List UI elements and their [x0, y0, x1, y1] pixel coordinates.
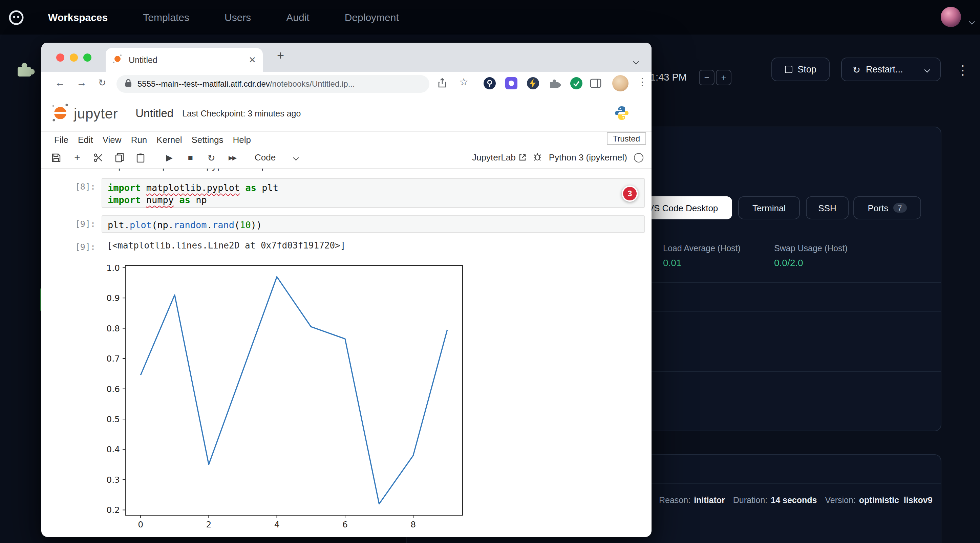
browser-toolbar: ← → ↻ 5555--main--test--matifali.atif.cd… — [41, 72, 652, 95]
menu-view[interactable]: View — [103, 134, 122, 144]
reason-value: initiator — [694, 495, 725, 505]
paste-cell-icon[interactable] — [135, 153, 146, 162]
terminal-button[interactable]: Terminal — [738, 196, 800, 219]
svg-text:6: 6 — [342, 520, 348, 529]
maximize-window-button[interactable] — [83, 54, 91, 62]
jupyter-logo — [51, 102, 70, 125]
version-value: optimistic_liskov9 — [859, 495, 932, 505]
bookmark-star-icon[interactable]: ☆ — [459, 76, 468, 88]
new-tab-button[interactable]: + — [277, 49, 284, 63]
nav-item-audit[interactable]: Audit — [286, 11, 309, 23]
svg-text:0.3: 0.3 — [106, 475, 120, 485]
stop-kernel-icon[interactable]: ■ — [185, 152, 196, 163]
jupyterlab-link[interactable]: JupyterLab — [472, 152, 527, 162]
menu-kernel[interactable]: Kernel — [156, 134, 182, 144]
duration-label: Duration: — [733, 495, 767, 505]
svg-text:0.5: 0.5 — [106, 414, 120, 424]
minimize-window-button[interactable] — [70, 54, 78, 62]
cut-cell-icon[interactable] — [93, 153, 103, 162]
menu-file[interactable]: File — [54, 134, 68, 144]
browser-menu-kebab-icon[interactable]: ⋮ — [637, 76, 648, 88]
jupyter-menubar: File Edit View Run Kernel Settings Help … — [41, 132, 652, 147]
nav-item-users[interactable]: Users — [224, 11, 251, 23]
url-text: 5555--main--test--matifali.atif.cdr.dev/… — [137, 79, 355, 88]
tab-title: Untitled — [129, 55, 248, 65]
restart-workspace-button[interactable]: ↻ Restart... — [841, 57, 914, 81]
notification-badge[interactable]: 3 — [622, 186, 638, 202]
restart-options-chevron[interactable] — [914, 57, 941, 81]
share-icon[interactable] — [438, 78, 447, 91]
svg-text:0: 0 — [138, 520, 143, 529]
reason-label: Reason: — [659, 495, 690, 505]
jupyterlab-label: JupyterLab — [472, 152, 516, 162]
sidebar-toggle-icon[interactable] — [590, 79, 601, 91]
browser-tab[interactable]: Untitled ✕ — [106, 48, 263, 72]
stop-icon — [784, 66, 792, 73]
top-nav: Workspaces Templates Users Audit Deploym… — [0, 0, 980, 35]
output-prompt-9: [9]: — [60, 242, 95, 252]
back-button[interactable]: ← — [55, 76, 65, 88]
debugger-bug-icon[interactable] — [533, 151, 542, 164]
build-meta-row: Reason: initiator Duration: 14 seconds V… — [659, 495, 941, 505]
extension-icon-5[interactable] — [570, 76, 583, 93]
extensions-puzzle-icon[interactable] — [548, 76, 562, 93]
user-menu-chevron-icon[interactable] — [970, 14, 974, 26]
clock-text: 11:43 PM — [646, 72, 687, 83]
save-icon[interactable] — [51, 153, 62, 162]
svg-text:0.8: 0.8 — [106, 324, 120, 333]
close-window-button[interactable] — [56, 54, 64, 62]
forward-button[interactable]: → — [76, 76, 87, 88]
browser-profile-avatar[interactable] — [612, 75, 628, 91]
code-line: plt.plot(np.random.rand(10)) — [108, 219, 639, 231]
nav-item-workspaces[interactable]: Workspaces — [48, 11, 108, 23]
browser-tab-strip: Untitled ✕ + — [41, 43, 652, 72]
user-avatar[interactable] — [941, 7, 961, 27]
extension-1password-icon[interactable] — [483, 76, 496, 93]
code-cell-9[interactable]: plt.plot(np.random.rand(10)) — [102, 215, 645, 233]
nav-items: Workspaces Templates Users Audit Deploym… — [48, 11, 399, 23]
ports-button[interactable]: Ports 7 — [853, 196, 921, 219]
workspace-kebab-menu[interactable]: ⋮ — [956, 62, 969, 78]
jupyter-header: jupyter Untitled Last Checkpoint: 3 minu… — [41, 95, 652, 132]
stop-label: Stop — [797, 64, 816, 75]
python-logo — [614, 105, 630, 124]
stop-workspace-button[interactable]: Stop — [772, 57, 830, 81]
copy-cell-icon[interactable] — [114, 153, 125, 162]
kernel-name[interactable]: Python 3 (ipykernel) — [549, 152, 627, 162]
url-domain: 5555--main--test--matifali.atif.cdr.dev — [137, 79, 270, 88]
trusted-button[interactable]: Trusted — [607, 132, 646, 145]
nav-item-templates[interactable]: Templates — [143, 11, 189, 23]
load-average-label: Load Average (Host) — [663, 244, 741, 253]
add-cell-icon[interactable]: + — [72, 152, 83, 163]
nav-item-deployment[interactable]: Deployment — [345, 11, 399, 23]
address-bar[interactable]: 5555--main--test--matifali.atif.cdr.dev/… — [116, 75, 430, 92]
tab-search-chevron-icon[interactable] — [634, 54, 638, 66]
menu-run[interactable]: Run — [131, 134, 147, 144]
coder-logo-icon[interactable] — [8, 8, 25, 26]
menu-help[interactable]: Help — [233, 134, 251, 144]
code-line: import matplotlib.pyplot as plt — [108, 181, 639, 194]
notebook-title[interactable]: Untitled — [135, 107, 173, 120]
tab-close-icon[interactable]: ✕ — [248, 55, 256, 65]
ssh-button[interactable]: SSH — [806, 196, 849, 219]
restart-icon: ↻ — [853, 65, 861, 74]
run-all-icon[interactable]: ▶▶ — [227, 152, 238, 163]
svg-text:1.0: 1.0 — [106, 263, 120, 273]
extension-bolt-icon[interactable] — [526, 76, 540, 93]
menu-settings[interactable]: Settings — [192, 134, 223, 144]
zoom-out-button[interactable]: − — [699, 70, 714, 85]
version-label: Version: — [825, 495, 855, 505]
restart-kernel-icon[interactable]: ↻ — [206, 152, 217, 163]
cell-type-dropdown[interactable]: Code — [255, 152, 298, 162]
restart-label: Restart... — [866, 64, 903, 75]
input-prompt-8: [8]: — [60, 181, 95, 192]
ports-label: Ports — [868, 203, 889, 213]
code-cell-8[interactable]: import matplotlib.pyplot as plt import n… — [102, 178, 645, 208]
reload-button[interactable]: ↻ — [98, 77, 106, 88]
extension-icon-2[interactable] — [504, 76, 518, 93]
run-cell-icon[interactable]: ▶ — [164, 152, 175, 163]
zoom-in-button[interactable]: + — [716, 70, 732, 85]
matplotlib-line-chart: 0.20.30.40.50.60.70.80.91.002468 — [95, 263, 475, 537]
svg-text:4: 4 — [274, 520, 280, 529]
menu-edit[interactable]: Edit — [78, 134, 93, 144]
